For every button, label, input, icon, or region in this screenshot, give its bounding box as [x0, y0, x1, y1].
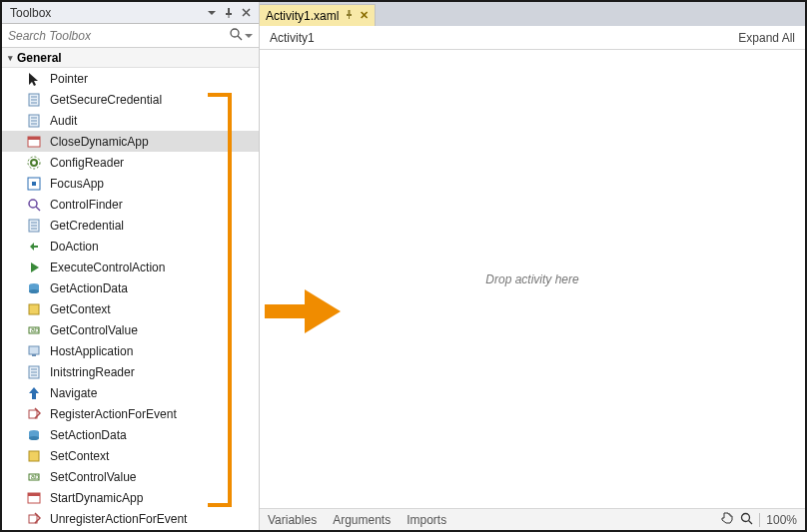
- tool-item-unregaction[interactable]: UnregisterActionForEvent: [2, 508, 259, 529]
- tool-item-pointer[interactable]: Pointer: [2, 68, 259, 89]
- tool-item-label: CloseDynamicApp: [50, 135, 149, 149]
- tool-item-getactdata[interactable]: GetActionData: [2, 277, 259, 298]
- app-icon: [26, 134, 42, 150]
- tool-item-label: ControlFinder: [50, 198, 123, 212]
- tool-item-label: SetControlValue: [50, 470, 137, 484]
- tool-item-getsecure[interactable]: GetSecureCredential: [2, 89, 259, 110]
- tool-item-doaction[interactable]: DoAction: [2, 236, 259, 257]
- toolbox-tree: ▾ General PointerGetSecureCredentialAudi…: [2, 48, 259, 530]
- search-chevron-icon[interactable]: [245, 29, 253, 43]
- doc-icon: [26, 364, 42, 380]
- tool-item-configreader[interactable]: ConfigReader: [2, 152, 259, 173]
- imports-tab[interactable]: Imports: [406, 513, 446, 527]
- tool-item-label: FocusApp: [50, 177, 104, 191]
- doc-icon: [26, 218, 42, 234]
- svg-line-20: [36, 207, 40, 211]
- toolbox-header: Toolbox: [2, 2, 259, 24]
- tool-item-getcontext[interactable]: GetContext: [2, 298, 259, 319]
- svg-point-15: [31, 160, 37, 166]
- svg-point-41: [29, 436, 39, 440]
- app-icon: [26, 490, 42, 506]
- toolbox-title: Toolbox: [10, 6, 205, 20]
- designer-canvas[interactable]: Drop activity here: [260, 50, 805, 508]
- zoom-level[interactable]: 100%: [766, 513, 797, 527]
- svg-rect-18: [32, 182, 36, 186]
- tab-pin-icon[interactable]: [345, 10, 354, 21]
- host-icon: [26, 343, 42, 359]
- tool-item-setcontext[interactable]: SetContext: [2, 445, 259, 466]
- tool-item-label: SetContext: [50, 449, 109, 463]
- tool-item-initstr[interactable]: InitstringReader: [2, 361, 259, 382]
- tool-item-label: UnregisterActionForEvent: [50, 512, 187, 526]
- tab-close-icon[interactable]: ✕: [360, 9, 369, 22]
- svg-rect-49: [347, 14, 352, 16]
- tool-item-hostapp[interactable]: HostApplication: [2, 340, 259, 361]
- toolbox-search-input[interactable]: [8, 29, 229, 43]
- find-icon: [26, 197, 42, 213]
- tool-item-label: HostApplication: [50, 344, 133, 358]
- tool-item-label: InitstringReader: [50, 365, 135, 379]
- tool-item-label: Navigate: [50, 386, 97, 400]
- search-icon[interactable]: [229, 27, 243, 44]
- gear-icon: [26, 155, 42, 171]
- pin-icon[interactable]: [222, 6, 236, 20]
- tool-item-label: StartDynamicApp: [50, 491, 143, 505]
- nav-icon: [26, 385, 42, 401]
- tool-item-setactdata[interactable]: SetActionData: [2, 424, 259, 445]
- svg-rect-29: [29, 304, 39, 314]
- data-icon: [26, 427, 42, 443]
- tool-item-focusapp[interactable]: FocusApp: [2, 173, 259, 194]
- reg-icon: [26, 511, 42, 527]
- svg-line-52: [749, 520, 753, 524]
- focus-icon: [26, 176, 42, 192]
- svg-rect-50: [349, 16, 350, 19]
- ctx-icon: [26, 448, 42, 464]
- tool-item-label: GetCredential: [50, 219, 124, 233]
- close-icon[interactable]: [239, 6, 253, 20]
- action-icon: [26, 239, 42, 255]
- tool-item-navigate[interactable]: Navigate: [2, 382, 259, 403]
- tool-item-closedyn[interactable]: CloseDynamicApp: [2, 131, 259, 152]
- variables-tab[interactable]: Variables: [268, 513, 317, 527]
- svg-rect-46: [28, 493, 40, 496]
- tool-item-label: RegisterActionForEvent: [50, 407, 177, 421]
- tool-item-getcred[interactable]: GetCredential: [2, 215, 259, 236]
- drop-hint: Drop activity here: [485, 272, 578, 286]
- data-icon: [26, 280, 42, 296]
- tool-item-startdyn[interactable]: StartDynamicApp: [2, 487, 259, 508]
- expand-all-button[interactable]: Expand All: [738, 31, 795, 45]
- dropdown-icon[interactable]: [205, 6, 219, 20]
- svg-point-28: [29, 289, 39, 293]
- svg-rect-32: [29, 346, 39, 354]
- tree-group-general[interactable]: ▾ General: [2, 48, 259, 68]
- reg-icon: [26, 406, 42, 422]
- doc-icon: [26, 113, 42, 129]
- svg-rect-1: [226, 13, 232, 15]
- breadcrumb[interactable]: Activity1: [270, 31, 315, 45]
- pointer-icon: [26, 71, 42, 87]
- tool-item-getctrlval[interactable]: abGetControlValue: [2, 319, 259, 340]
- tool-item-label: GetContext: [50, 302, 111, 316]
- tab-activity1[interactable]: Activity1.xaml ✕: [260, 4, 376, 26]
- svg-rect-2: [229, 15, 230, 18]
- tool-item-regaction[interactable]: RegisterActionForEvent: [2, 403, 259, 424]
- svg-point-51: [742, 513, 750, 521]
- val-icon: ab: [26, 469, 42, 485]
- pan-icon[interactable]: [720, 511, 734, 528]
- bottom-bar: Variables Arguments Imports 100%: [260, 508, 805, 530]
- tool-item-ctrlfinder[interactable]: ControlFinder: [2, 194, 259, 215]
- zoom-icon[interactable]: [740, 512, 753, 528]
- svg-line-4: [238, 36, 242, 40]
- val-icon: ab: [26, 322, 42, 338]
- tool-item-label: GetControlValue: [50, 323, 138, 337]
- tool-item-audit[interactable]: Audit: [2, 110, 259, 131]
- tool-item-setctrlval[interactable]: abSetControlValue: [2, 466, 259, 487]
- svg-text:ab: ab: [31, 473, 39, 480]
- doc-icon: [26, 92, 42, 108]
- arguments-tab[interactable]: Arguments: [333, 513, 391, 527]
- tool-item-label: SetActionData: [50, 428, 127, 442]
- tool-item-label: Audit: [50, 114, 77, 128]
- toolbox-search-row: [2, 24, 259, 48]
- divider: [759, 513, 760, 527]
- tool-item-execctrl[interactable]: ExecuteControlAction: [2, 257, 259, 277]
